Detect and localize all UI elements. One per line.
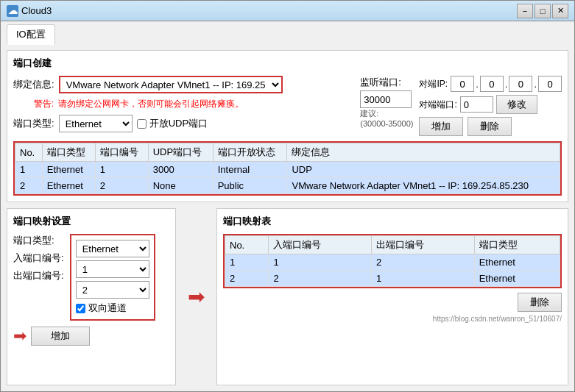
col-status: 端口开放状态 <box>213 143 287 162</box>
port-map-table-section: 端口映射表 No. 入端口编号 出端口编号 端口类型 112Ether <box>216 208 568 385</box>
port-create-section: 端口创建 绑定信息: VMware Network Adapter VMnet1… <box>7 50 568 202</box>
binding-row: 绑定信息: VMware Network Adapter VMnet1 -- I… <box>13 76 351 93</box>
in-port-select[interactable]: 1 <box>76 260 149 278</box>
binding-select[interactable]: VMware Network Adapter VMnet1 -- IP: 169… <box>59 76 283 93</box>
port-type-label: 端口类型: <box>13 117 54 130</box>
listen-label-row: 监听端口: <box>360 76 413 89</box>
suggest-range: (30000-35000) <box>360 119 413 128</box>
app-icon: ☁ <box>7 5 18 17</box>
map-col-out: 出端口编号 <box>372 236 475 254</box>
delete-port-button[interactable]: 删除 <box>468 117 512 136</box>
warning-label: 警告: <box>13 98 54 110</box>
bidirectional-label[interactable]: 双向通道 <box>76 302 149 315</box>
port-type-select[interactable]: Ethernet <box>59 115 133 132</box>
window: ☁ Cloud3 − □ ✕ IO配置 端口创建 绑定信息: <box>0 0 575 392</box>
middle-arrow: ➡ <box>185 208 208 385</box>
ip-part-3[interactable] <box>509 76 532 92</box>
maximize-button[interactable]: □ <box>535 4 551 18</box>
binding-label: 绑定信息: <box>13 78 54 91</box>
port-create-left: 绑定信息: VMware Network Adapter VMnet1 -- I… <box>13 76 351 137</box>
table-row[interactable]: 112Ethernet <box>225 254 560 271</box>
udp-checkbox[interactable] <box>137 119 147 129</box>
table-row[interactable]: 1Ethernet13000InternalUDP <box>15 162 560 178</box>
listen-port-group: 监听端口: 建议: (30000-35000) <box>360 76 413 128</box>
title-bar: ☁ Cloud3 − □ ✕ <box>1 1 574 21</box>
delete-map-row: 删除 <box>223 293 562 312</box>
port-table-container: No. 端口类型 端口编号 UDP端口号 端口开放状态 绑定信息 1Ethern… <box>13 141 562 196</box>
map-type-label-row: 端口类型: <box>13 234 64 247</box>
listen-remote-row: 监听端口: 建议: (30000-35000) 对端IP: <box>360 76 562 136</box>
port-map-table-title: 端口映射表 <box>223 215 562 228</box>
remote-ip-label: 对端IP: <box>419 78 448 90</box>
map-type-label: 端口类型: <box>13 234 54 247</box>
ip-address-group: . . . <box>451 76 562 92</box>
close-button[interactable]: ✕ <box>552 4 568 18</box>
watermark: https://blog.csdn.net/wanron_51/10607/ <box>223 315 562 323</box>
remote-port-row: 对端端口: 修改 <box>419 95 562 114</box>
remote-ip-label-row: 对端IP: . . . <box>419 76 562 92</box>
arrow-icon: ➡ <box>13 327 27 346</box>
bidirectional-checkbox[interactable] <box>76 304 85 313</box>
port-map-settings-title: 端口映射设置 <box>13 215 169 228</box>
minimize-button[interactable]: − <box>517 4 533 18</box>
table-row[interactable]: 221Ethernet <box>225 271 560 287</box>
col-num: 端口编号 <box>95 143 148 162</box>
warning-text: 请勿绑定公网网卡，否则可能会引起网络瘫痪。 <box>58 98 244 110</box>
tab-bar: IO配置 <box>1 21 574 44</box>
add-delete-row: 增加 删除 <box>419 117 562 136</box>
col-udp: UDP端口号 <box>148 143 213 162</box>
table-row[interactable]: 2Ethernet2NonePublicVMware Network Adapt… <box>15 178 560 194</box>
modify-button[interactable]: 修改 <box>496 95 537 114</box>
col-no: No. <box>15 143 43 162</box>
out-port-label-row: 出端口编号: <box>13 269 64 282</box>
udp-checkbox-label[interactable]: 开放UDP端口 <box>137 117 208 130</box>
listen-port-input[interactable] <box>360 90 412 108</box>
map-col-type: 端口类型 <box>474 236 560 254</box>
out-port-select[interactable]: 2 <box>76 281 149 299</box>
map-col-in: 入端口编号 <box>269 236 372 254</box>
remote-port-input[interactable] <box>460 96 493 113</box>
suggest-group: 建议: (30000-35000) <box>360 108 413 128</box>
tab-io-config[interactable]: IO配置 <box>7 24 55 45</box>
map-table: No. 入端口编号 出端口编号 端口类型 112Ethernet221Ether… <box>225 235 560 287</box>
window-controls: − □ ✕ <box>517 4 568 18</box>
warning-row: 警告: 请勿绑定公网网卡，否则可能会引起网络瘫痪。 <box>13 98 351 110</box>
port-map-labels: 端口类型: 入端口编号: 出端口编号: <box>13 234 64 282</box>
port-create-title: 端口创建 <box>13 57 562 70</box>
map-type-select[interactable]: Ethernet <box>76 240 149 257</box>
out-port-label: 出端口编号: <box>13 269 64 282</box>
col-type: 端口类型 <box>42 143 95 162</box>
port-table: No. 端口类型 端口编号 UDP端口号 端口开放状态 绑定信息 1Ethern… <box>15 143 560 194</box>
listen-port-label: 监听端口: <box>360 76 401 89</box>
ip-part-1[interactable] <box>451 76 474 92</box>
map-select-group: Ethernet 1 2 双向通道 <box>70 234 155 321</box>
bottom-area: 端口映射设置 端口类型: 入端口编号: 出端口编号: <box>7 208 568 385</box>
col-binding: 绑定信息 <box>287 143 560 162</box>
window-title: Cloud3 <box>21 5 52 16</box>
ip-part-2[interactable] <box>480 76 504 92</box>
remote-ip-group: 对端IP: . . . <box>419 76 562 136</box>
port-map-form: 端口类型: 入端口编号: 出端口编号: Ethernet <box>13 234 169 321</box>
delete-map-button[interactable]: 删除 <box>518 293 562 312</box>
big-arrow-icon: ➡ <box>188 285 205 309</box>
map-table-container: No. 入端口编号 出端口编号 端口类型 112Ethernet221Ether… <box>223 234 562 288</box>
suggest-label: 建议: <box>360 108 413 119</box>
main-content: 端口创建 绑定信息: VMware Network Adapter VMnet1… <box>1 44 574 391</box>
add-map-button[interactable]: 增加 <box>31 327 90 346</box>
in-port-label: 入端口编号: <box>13 252 64 265</box>
map-col-no: No. <box>225 236 269 254</box>
port-create-right: 监听端口: 建议: (30000-35000) 对端IP: <box>360 76 562 137</box>
add-map-row: ➡ 增加 <box>13 327 169 346</box>
port-type-row: 端口类型: Ethernet 开放UDP端口 <box>13 115 351 132</box>
remote-port-label: 对端端口: <box>419 99 456 111</box>
in-port-label-row: 入端口编号: <box>13 252 64 265</box>
add-port-button[interactable]: 增加 <box>419 117 463 136</box>
ip-part-4[interactable] <box>538 76 562 92</box>
port-map-settings-section: 端口映射设置 端口类型: 入端口编号: 出端口编号: <box>7 208 176 385</box>
